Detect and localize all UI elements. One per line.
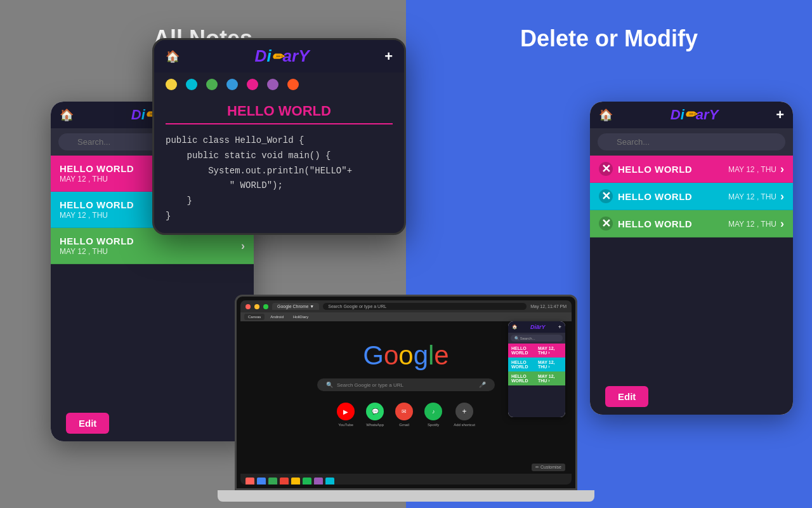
taskbar-icon-5[interactable] xyxy=(291,478,300,485)
color-dot-purple[interactable] xyxy=(267,79,278,90)
note-date-3-left: MAY 12 , THU xyxy=(60,247,134,256)
note-item-3-right[interactable]: ✕ HELLO WORLD MAY 12 , THU › xyxy=(590,210,793,237)
mini-note-date-3: MAY 12, THU › xyxy=(538,374,562,383)
note-arrow-3-left: › xyxy=(241,239,245,253)
add-shortcut[interactable]: + Add shortcut xyxy=(454,403,475,427)
edit-button-left[interactable]: Edit xyxy=(66,413,109,434)
laptop-mockup: Google Chrome ▼ Search Google or type a … xyxy=(235,295,577,502)
note-date-1-left: MAY 12 , THU xyxy=(60,175,134,184)
tablet-mockup: 🏠 Di✏arY + HELLO WORLD public class Hell… xyxy=(152,38,406,235)
delete-btn-3[interactable]: ✕ xyxy=(599,217,613,231)
taskbar-icon-2[interactable] xyxy=(257,478,266,485)
edit-button-right[interactable]: Edit xyxy=(605,386,648,407)
tab-holidiary[interactable]: HoliDiary xyxy=(289,314,312,320)
mini-phone: 🏠 DiärY + 🔍 Search... HELLO WORLD MAY 12… xyxy=(508,321,565,417)
note-date-2-left: MAY 12 , THU xyxy=(60,211,134,220)
google-logo: Google xyxy=(363,340,449,371)
whatsapp-shortcut[interactable]: 💬 WhatsApp xyxy=(366,403,384,427)
taskbar-icon-8[interactable] xyxy=(325,478,334,485)
delete-btn-1[interactable]: ✕ xyxy=(599,162,613,176)
mini-note-title-2: HELLO WORLD xyxy=(511,360,538,369)
code-line-4: " WORLD"); xyxy=(166,178,393,194)
code-block: public class Hello_World { public static… xyxy=(154,124,404,233)
tab-android[interactable]: Android xyxy=(266,314,287,320)
note-date-1-right: MAY 12 , THU xyxy=(728,165,776,174)
note-title-1-left: HELLO WORLD xyxy=(60,163,134,174)
home-icon-left[interactable]: 🏠 xyxy=(60,108,74,122)
customize-button[interactable]: ✏ Customise xyxy=(532,464,565,471)
laptop-base xyxy=(218,490,594,502)
note-title-3-right: HELLO WORLD xyxy=(618,218,692,229)
address-bar[interactable]: Search Google or type a URL xyxy=(323,303,527,310)
mini-note-date-2: MAY 12, THU › xyxy=(538,360,562,369)
tablet-note-title: HELLO WORLD xyxy=(166,97,393,124)
note-arrow-2-right: › xyxy=(780,190,784,203)
search-icon: 🔍 xyxy=(326,382,333,388)
laptop-screen: Google Chrome ▼ Search Google or type a … xyxy=(235,295,577,490)
chrome-tab[interactable]: Google Chrome ▼ xyxy=(272,303,319,310)
chrome-bar: Google Chrome ▼ Search Google or type a … xyxy=(240,300,572,312)
taskbar xyxy=(240,474,572,485)
note-date-2-right: MAY 12 , THU xyxy=(728,192,776,201)
delete-btn-2[interactable]: ✕ xyxy=(599,189,613,203)
home-icon-tablet[interactable]: 🏠 xyxy=(166,50,180,64)
note-item-1-right[interactable]: ✕ HELLO WORLD MAY 12 , THU › xyxy=(590,156,793,183)
search-placeholder: Search Google or type a URL xyxy=(337,382,403,388)
diary-logo-right: Di✏arY xyxy=(671,107,719,123)
color-dot-yellow[interactable] xyxy=(166,79,177,90)
mini-note-date-1: MAY 12, THU › xyxy=(538,346,562,355)
taskbar-icon-6[interactable] xyxy=(303,478,311,485)
mini-search-bar[interactable]: 🔍 Search... xyxy=(511,335,563,342)
search-wrapper-right xyxy=(598,133,785,150)
time-display: May 12, 11:47 PM xyxy=(530,304,566,309)
mini-note-title-1: HELLO WORLD xyxy=(511,346,538,355)
google-shortcuts: ▶ YouTube 💬 WhatsApp ✉ Gmail ♪ xyxy=(337,403,475,427)
phone-right-header: 🏠 Di✏arY + xyxy=(590,102,793,128)
mini-home-icon[interactable]: 🏠 xyxy=(512,324,518,330)
code-line-5: } xyxy=(166,194,393,209)
tab-canvas[interactable]: Canvas xyxy=(244,314,265,320)
youtube-shortcut[interactable]: ▶ YouTube xyxy=(337,403,355,427)
note-date-3-right: MAY 12 , THU xyxy=(728,220,776,229)
home-icon-right[interactable]: 🏠 xyxy=(599,108,613,122)
mini-phone-body xyxy=(508,385,565,417)
mini-note-2[interactable]: HELLO WORLD MAY 12, THU › xyxy=(508,358,565,371)
search-area-right xyxy=(590,128,793,156)
color-dot-cyan[interactable] xyxy=(186,79,197,90)
taskbar-icon-7[interactable] xyxy=(314,478,323,485)
color-dot-green[interactable] xyxy=(206,79,218,90)
mini-plus-icon[interactable]: + xyxy=(558,324,561,330)
color-palette xyxy=(154,72,404,97)
search-input-right[interactable] xyxy=(598,133,785,150)
note-item-2-right[interactable]: ✕ HELLO WORLD MAY 12 , THU › xyxy=(590,183,793,210)
laptop-screen-inner: Google Chrome ▼ Search Google or type a … xyxy=(240,300,572,485)
taskbar-icon-3[interactable] xyxy=(268,478,277,485)
gmail-shortcut[interactable]: ✉ Gmail xyxy=(395,403,413,427)
note-arrow-1-right: › xyxy=(780,163,784,176)
mini-note-1[interactable]: HELLO WORLD MAY 12, THU › xyxy=(508,344,565,358)
mini-note-title-3: HELLO WORLD xyxy=(511,374,538,383)
add-note-tablet[interactable]: + xyxy=(384,48,393,65)
maximize-dot[interactable] xyxy=(263,304,268,309)
phone-right: 🏠 Di✏arY + ✕ HELLO WORLD MAY 12 , THU › xyxy=(590,102,793,415)
taskbar-icon-4[interactable] xyxy=(280,478,289,485)
close-dot[interactable] xyxy=(246,304,251,309)
minimize-dot[interactable] xyxy=(254,304,259,309)
color-dot-blue[interactable] xyxy=(226,79,238,90)
note-title-3-left: HELLO WORLD xyxy=(60,236,134,246)
taskbar-icon-1[interactable] xyxy=(246,478,254,485)
note-title-2-left: HELLO WORLD xyxy=(60,199,134,210)
color-dot-orange[interactable] xyxy=(287,79,299,90)
phone-body-left xyxy=(51,264,254,404)
note-arrow-3-right: › xyxy=(780,217,784,231)
spotify-shortcut[interactable]: ♪ Spotify xyxy=(424,403,442,427)
code-line-2: public static void main() { xyxy=(166,149,393,164)
note-title-2-right: HELLO WORLD xyxy=(618,191,692,202)
add-note-right[interactable]: + xyxy=(776,107,784,123)
mic-icon[interactable]: 🎤 xyxy=(479,382,486,388)
google-search-bar[interactable]: 🔍 Search Google or type a URL 🎤 xyxy=(317,378,495,391)
mini-note-3[interactable]: HELLO WORLD MAY 12, THU › xyxy=(508,371,565,385)
phone-body-right xyxy=(590,237,793,377)
code-line-1: public class Hello_World { xyxy=(166,133,393,149)
color-dot-pink[interactable] xyxy=(247,79,258,90)
